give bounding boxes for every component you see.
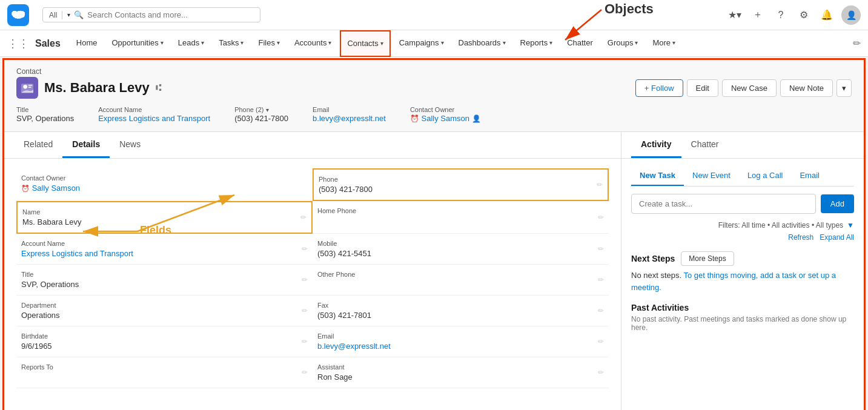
search-type[interactable]: All bbox=[49, 11, 62, 19]
app-title: Sales bbox=[35, 38, 61, 49]
tab-chatter[interactable]: Chatter bbox=[681, 132, 729, 158]
nav-chatter[interactable]: Chatter bbox=[561, 30, 599, 57]
field-department: Department Operations ✏ bbox=[16, 296, 313, 326]
new-note-button[interactable]: New Note bbox=[780, 79, 833, 97]
edit-nav-icon[interactable]: ✏ bbox=[853, 38, 861, 49]
help-icon[interactable]: ? bbox=[772, 7, 789, 24]
field-edit-icon[interactable]: ✏ bbox=[302, 276, 308, 284]
record-hierarchy-icon[interactable]: ⑆ bbox=[156, 82, 162, 93]
field-birthdate: Birthdate 9/6/1965 ✏ bbox=[16, 326, 313, 357]
field-edit-icon[interactable]: ✏ bbox=[598, 306, 604, 315]
nav-leads[interactable]: Leads ▾ bbox=[172, 30, 210, 57]
nav-tasks[interactable]: Tasks ▾ bbox=[213, 30, 250, 57]
expand-all-link[interactable]: Expand All bbox=[820, 233, 854, 242]
nav-dashboards[interactable]: Dashboards ▾ bbox=[452, 30, 512, 57]
field-edit-icon[interactable]: ✏ bbox=[598, 368, 604, 377]
chevron-down-icon: ▾ bbox=[240, 39, 244, 46]
filters-text: Filters: All time • All activities • All… bbox=[718, 221, 843, 230]
tab-activity[interactable]: Activity bbox=[631, 132, 681, 158]
field-edit-icon[interactable]: ✏ bbox=[598, 245, 604, 253]
nav-reports[interactable]: Reports ▾ bbox=[514, 30, 559, 57]
field-edit-icon[interactable]: ✏ bbox=[300, 213, 306, 222]
nav-groups[interactable]: Groups ▾ bbox=[601, 30, 644, 57]
search-bar[interactable]: All ▾ 🔍 bbox=[42, 7, 260, 22]
notifications-icon[interactable]: 🔔 bbox=[818, 7, 835, 24]
field-account-name: Account Name Express Logistics and Trans… bbox=[16, 234, 313, 265]
new-case-button[interactable]: New Case bbox=[722, 79, 777, 97]
field-fax: Fax (503) 421-7801 ✏ bbox=[313, 296, 609, 326]
field-account-link[interactable]: Express Logistics and Transport bbox=[21, 249, 133, 258]
search-input[interactable] bbox=[87, 10, 254, 19]
nav-chatter-label: Chatter bbox=[567, 38, 593, 47]
more-steps-button[interactable]: More Steps bbox=[681, 251, 734, 266]
field-edit-icon[interactable]: ✏ bbox=[302, 368, 308, 377]
nav-more[interactable]: More ▾ bbox=[646, 30, 681, 57]
log-call-button[interactable]: Log a Call bbox=[739, 166, 792, 186]
no-next-steps-text: No next steps. To get things moving, add… bbox=[631, 269, 854, 293]
user-avatar[interactable]: 👤 bbox=[841, 5, 861, 25]
field-owner-link[interactable]: Sally Samson bbox=[32, 184, 80, 193]
nav-contacts-label: Contacts bbox=[347, 39, 378, 48]
phone-dropdown-icon[interactable]: ▾ bbox=[266, 107, 269, 113]
owner-link[interactable]: Sally Samson bbox=[422, 114, 469, 123]
new-task-button[interactable]: New Task bbox=[631, 166, 684, 186]
activity-content: New Task New Event Log a Call Email Add … bbox=[621, 159, 864, 339]
fields-grid: Contact Owner ⏰ Sally Samson Phone (503)… bbox=[16, 168, 609, 388]
search-dropdown-icon[interactable]: ▾ bbox=[67, 12, 70, 18]
tab-news[interactable]: News bbox=[110, 132, 150, 158]
field-edit-icon[interactable]: ✏ bbox=[302, 337, 308, 346]
field-edit-icon[interactable]: ✏ bbox=[302, 306, 308, 315]
chevron-down-icon: ▾ bbox=[503, 39, 506, 46]
owner-profile-icon[interactable]: 👤 bbox=[472, 114, 481, 123]
refresh-link[interactable]: Refresh bbox=[788, 233, 813, 242]
right-panel-tabs: Activity Chatter bbox=[621, 132, 864, 159]
nav-opportunities-label: Opportunities bbox=[112, 38, 159, 47]
chevron-down-icon: ▾ bbox=[635, 39, 638, 46]
field-email-link[interactable]: b.levy@expresslt.net bbox=[317, 342, 391, 351]
filter-icon[interactable]: ▼ bbox=[847, 221, 854, 230]
field-assistant: Assistant Ron Sage ✏ bbox=[313, 357, 609, 388]
task-input[interactable] bbox=[631, 194, 816, 214]
settings-icon[interactable]: ⚙ bbox=[795, 7, 812, 24]
field-other-phone: Other Phone ✏ bbox=[313, 265, 609, 296]
record-icon bbox=[16, 77, 38, 99]
nav-campaigns[interactable]: Campaigns ▾ bbox=[393, 30, 450, 57]
header-field-phone: Phone (2) ▾ (503) 421-7800 bbox=[234, 106, 288, 123]
nav-accounts[interactable]: Accounts ▾ bbox=[288, 30, 337, 57]
field-edit-icon[interactable]: ✏ bbox=[597, 180, 603, 189]
add-icon[interactable]: ＋ bbox=[749, 7, 766, 24]
field-edit-icon[interactable]: ✏ bbox=[302, 245, 308, 253]
nav-contacts[interactable]: Contacts ▾ bbox=[340, 30, 390, 57]
svg-rect-4 bbox=[28, 85, 33, 86]
favorites-icon[interactable]: ★▾ bbox=[726, 7, 743, 24]
nav-home[interactable]: Home bbox=[70, 30, 104, 57]
svg-point-3 bbox=[23, 85, 27, 89]
add-task-button[interactable]: Add bbox=[821, 194, 854, 213]
tab-related[interactable]: Related bbox=[14, 132, 62, 158]
email-link[interactable]: b.levy@expresslt.net bbox=[313, 114, 386, 123]
links-row: Refresh Expand All bbox=[631, 233, 854, 242]
field-edit-icon[interactable]: ✏ bbox=[598, 337, 604, 346]
field-contact-owner: Contact Owner ⏰ Sally Samson bbox=[16, 168, 313, 201]
grid-icon[interactable]: ⋮⋮ bbox=[7, 37, 29, 50]
nav-opportunities[interactable]: Opportunities ▾ bbox=[106, 30, 170, 57]
edit-button[interactable]: Edit bbox=[687, 79, 718, 97]
actions-dropdown-button[interactable]: ▾ bbox=[837, 79, 852, 97]
new-event-button[interactable]: New Event bbox=[684, 166, 739, 186]
chevron-down-icon: ▾ bbox=[277, 39, 280, 46]
top-navigation: All ▾ 🔍 ★▾ ＋ ? ⚙ 🔔 👤 bbox=[0, 0, 868, 30]
tab-details[interactable]: Details bbox=[62, 132, 110, 158]
field-reports-to: Reports To ✏ bbox=[16, 357, 313, 388]
nav-files[interactable]: Files ▾ bbox=[252, 30, 285, 57]
field-name: Name Ms. Babara Levy ✏ bbox=[16, 201, 313, 234]
add-task-link[interactable]: To get things moving, add a task or set … bbox=[631, 271, 836, 292]
field-owner-clock-icon: ⏰ bbox=[21, 185, 30, 192]
account-name-link[interactable]: Express Logistics and Transport bbox=[98, 114, 210, 123]
field-edit-icon[interactable]: ✏ bbox=[598, 276, 604, 284]
email-button[interactable]: Email bbox=[791, 166, 828, 186]
salesforce-logo[interactable] bbox=[7, 4, 29, 26]
follow-button[interactable]: + Follow bbox=[635, 79, 683, 97]
nav-leads-label: Leads bbox=[178, 38, 199, 47]
field-edit-icon[interactable]: ✏ bbox=[598, 213, 604, 222]
chevron-down-icon: ▾ bbox=[441, 39, 444, 46]
